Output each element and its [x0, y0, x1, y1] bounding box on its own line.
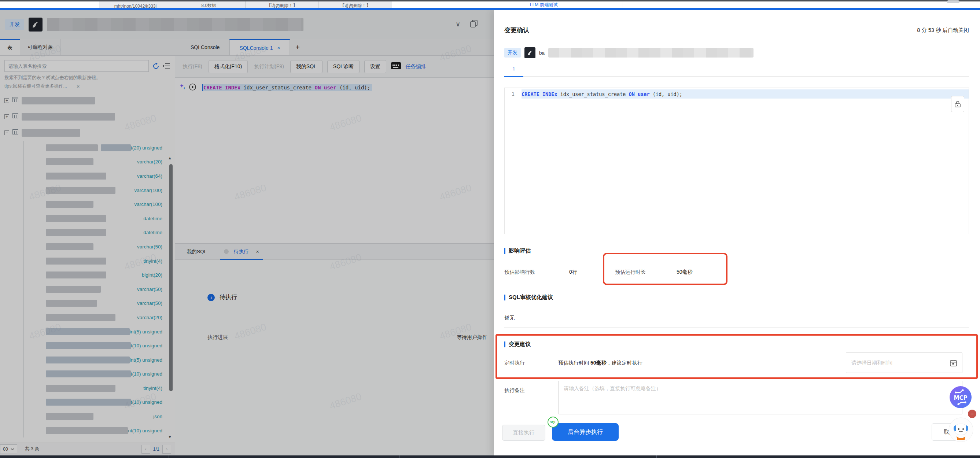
- database-name-redacted: [548, 48, 754, 57]
- minimize-assistant-icon[interactable]: −: [967, 409, 977, 419]
- sql-keyword: ON: [629, 91, 638, 97]
- browser-tab-label: 【请勿删除！】: [340, 3, 371, 8]
- sql-keyword: CREATE INDEx: [522, 91, 560, 97]
- schedule-label: 定时执行: [504, 360, 525, 366]
- impact-rows-label: 预估影响行数: [504, 269, 535, 275]
- env-tag: 开发: [504, 48, 521, 57]
- browser-tab-active[interactable]: LLM-前端测试: [526, 2, 623, 8]
- bottom-edge-strip: [0, 455, 980, 458]
- browser-tab[interactable]: 8.0数据: [172, 2, 245, 8]
- advice-section-title: 变更建议: [504, 341, 531, 348]
- review-section-title: SQL审核优化建议: [504, 294, 553, 301]
- mcp-assistant-icon[interactable]: MCP: [949, 386, 972, 409]
- browser-tab-label: 【请勿删除！】: [267, 3, 298, 8]
- sql-statement: CREATE INDEx idx_user_status_create ON u…: [522, 91, 682, 97]
- auto-close-countdown: 8 分 53 秒 后自动关闭: [917, 27, 969, 34]
- impact-duration-label: 预估运行时长: [615, 269, 646, 275]
- sql-preview-box: 1 CREATE INDEx idx_user_status_create ON…: [504, 87, 969, 234]
- browser-tab[interactable]: mht4non/10042/k333l: [99, 2, 172, 8]
- browser-tab-bar: mht4non/10042/k333l8.0数据【请勿删除！】【请勿删除！】 L…: [0, 0, 980, 10]
- review-empty-text: 暂无: [504, 315, 515, 321]
- date-input[interactable]: [851, 360, 950, 366]
- mysql-icon: [525, 47, 535, 58]
- browser-new-tab-blob[interactable]: [947, 0, 959, 3]
- impact-duration-value: 50毫秒: [676, 269, 693, 275]
- browser-tab[interactable]: 【请勿删除！】: [245, 2, 319, 8]
- drawer-mask[interactable]: [0, 10, 494, 455]
- schedule-date-picker[interactable]: [846, 353, 963, 373]
- svg-text:MCP: MCP: [954, 394, 967, 401]
- browser-tab-label: 8.0数据: [201, 3, 216, 8]
- sql-safe-badge-icon: SQL: [547, 417, 558, 428]
- impact-section-title: 影响评估: [504, 247, 531, 254]
- browser-accent-line: [0, 8, 980, 10]
- browser-tab-label: LLM-前端测试: [530, 2, 623, 8]
- sql-tab-1[interactable]: 1: [504, 65, 523, 77]
- calendar-icon: [950, 359, 957, 366]
- assistant-robot-icon[interactable]: [948, 417, 974, 442]
- line-number: 1: [505, 91, 522, 97]
- direct-execute-button[interactable]: 直接执行: [502, 425, 545, 441]
- database-name-prefix: ba: [539, 50, 545, 56]
- sql-text: idx_user_status_create: [560, 91, 629, 97]
- browser-tabs: mht4non/10042/k333l8.0数据【请勿删除！】【请勿删除！】: [99, 2, 392, 8]
- remark-label: 执行备注: [504, 387, 525, 394]
- lock-icon[interactable]: [951, 96, 964, 112]
- schedule-suggestion: 预估执行时间 50毫秒，建议定时执行: [558, 360, 642, 366]
- sql-keyword: user: [638, 91, 653, 97]
- drawer-title: 变更确认: [504, 26, 529, 35]
- browser-tab[interactable]: 【请勿删除！】: [319, 2, 392, 8]
- remark-textarea[interactable]: [558, 381, 963, 414]
- change-confirm-drawer: 变更确认 8 分 53 秒 后自动关闭 开发 ba 1 1 CREATE IND…: [494, 10, 980, 455]
- sql-text: (id, uid);: [653, 91, 682, 97]
- impact-rows-value: 0行: [569, 269, 577, 275]
- browser-tab-label: mht4non/10042/k333l: [115, 4, 156, 8]
- async-execute-button[interactable]: 后台异步执行: [552, 423, 619, 441]
